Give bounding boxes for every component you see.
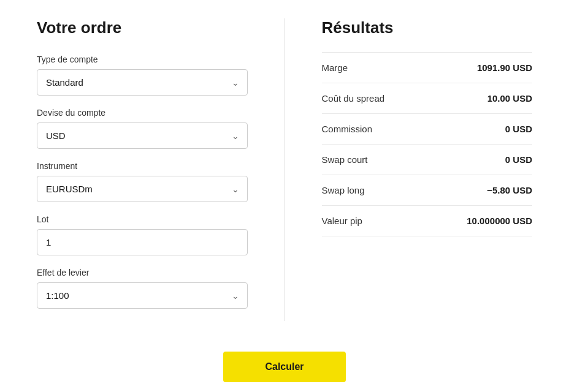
- result-value-marge: 1091.90 USD: [477, 62, 532, 73]
- right-panel: Résultats Marge 1091.90 USD Coût du spre…: [285, 18, 533, 321]
- instrument-select[interactable]: EURUSDm EURUSD GBPUSD: [37, 176, 248, 202]
- result-value-commission: 0 USD: [505, 124, 532, 134]
- account-currency-label: Devise du compte: [37, 108, 248, 118]
- result-label-swap-long: Swap long: [322, 185, 365, 195]
- account-type-select[interactable]: Standard ECN Pro: [37, 69, 248, 96]
- order-title: Votre ordre: [37, 18, 248, 37]
- page-container: Votre ordre Type de compte Standard ECN …: [0, 0, 569, 392]
- result-value-spread: 10.00 USD: [487, 93, 532, 104]
- leverage-label: Effet de levier: [37, 268, 248, 277]
- lot-label: Lot: [37, 214, 248, 224]
- left-panel: Votre ordre Type de compte Standard ECN …: [37, 18, 285, 321]
- result-row-commission: Commission 0 USD: [322, 114, 533, 145]
- result-value-swap-court: 0 USD: [505, 154, 532, 165]
- leverage-wrapper: 1:100 1:200 1:500 ⌄: [37, 282, 248, 309]
- result-label-marge: Marge: [322, 62, 348, 73]
- result-value-swap-long: −5.80 USD: [487, 185, 532, 195]
- leverage-group: Effet de levier 1:100 1:200 1:500 ⌄: [37, 268, 248, 309]
- instrument-label: Instrument: [37, 161, 248, 171]
- account-type-label: Type de compte: [37, 55, 248, 64]
- lot-input[interactable]: [37, 229, 248, 255]
- main-content: Votre ordre Type de compte Standard ECN …: [37, 18, 532, 321]
- account-currency-wrapper: USD EUR GBP ⌄: [37, 123, 248, 149]
- result-label-spread: Coût du spread: [322, 93, 385, 104]
- result-value-valeur-pip: 10.000000 USD: [467, 216, 532, 226]
- account-type-group: Type de compte Standard ECN Pro ⌄: [37, 55, 248, 96]
- results-title: Résultats: [322, 18, 533, 37]
- result-row-swap-court: Swap court 0 USD: [322, 145, 533, 175]
- result-row-marge: Marge 1091.90 USD: [322, 52, 533, 83]
- lot-group: Lot: [37, 214, 248, 255]
- account-currency-group: Devise du compte USD EUR GBP ⌄: [37, 108, 248, 149]
- button-row: Calculer: [37, 352, 532, 382]
- leverage-select[interactable]: 1:100 1:200 1:500: [37, 282, 248, 309]
- result-label-valeur-pip: Valeur pip: [322, 216, 362, 226]
- result-row-spread: Coût du spread 10.00 USD: [322, 83, 533, 114]
- account-currency-select[interactable]: USD EUR GBP: [37, 123, 248, 149]
- instrument-group: Instrument EURUSDm EURUSD GBPUSD ⌄: [37, 161, 248, 202]
- calculate-button[interactable]: Calculer: [223, 352, 346, 382]
- result-row-valeur-pip: Valeur pip 10.000000 USD: [322, 206, 533, 236]
- result-label-commission: Commission: [322, 124, 373, 134]
- account-type-wrapper: Standard ECN Pro ⌄: [37, 69, 248, 96]
- result-label-swap-court: Swap court: [322, 154, 368, 165]
- instrument-wrapper: EURUSDm EURUSD GBPUSD ⌄: [37, 176, 248, 202]
- result-row-swap-long: Swap long −5.80 USD: [322, 175, 533, 206]
